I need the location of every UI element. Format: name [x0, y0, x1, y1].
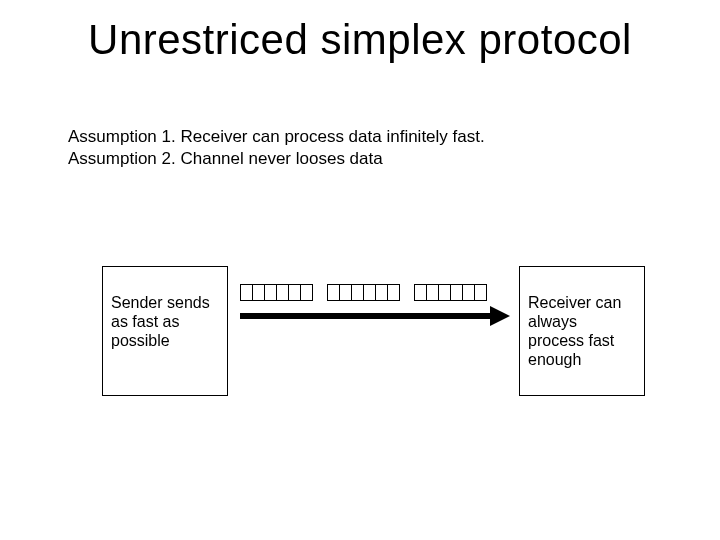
sender-box: Sender sends as fast as possible: [102, 266, 228, 396]
arrow-head-icon: [490, 306, 510, 326]
arrow-shaft: [240, 313, 492, 319]
arrow: [240, 306, 510, 326]
slide: Unrestriced simplex protocol Assumption …: [0, 0, 720, 540]
sender-label: Sender sends as fast as possible: [111, 293, 219, 350]
packet-cell: [300, 284, 313, 301]
assumptions-block: Assumption 1. Receiver can process data …: [68, 126, 485, 170]
packet-group: [240, 284, 313, 301]
slide-title: Unrestriced simplex protocol: [0, 16, 720, 64]
assumption-2: Assumption 2. Channel never looses data: [68, 148, 485, 170]
packet-group: [414, 284, 487, 301]
packet-stream: [240, 284, 487, 301]
receiver-label: Receiver can always process fast enough: [528, 293, 636, 369]
assumption-1: Assumption 1. Receiver can process data …: [68, 126, 485, 148]
packet-cell: [387, 284, 400, 301]
packet-cell: [474, 284, 487, 301]
packet-group: [327, 284, 400, 301]
receiver-box: Receiver can always process fast enough: [519, 266, 645, 396]
